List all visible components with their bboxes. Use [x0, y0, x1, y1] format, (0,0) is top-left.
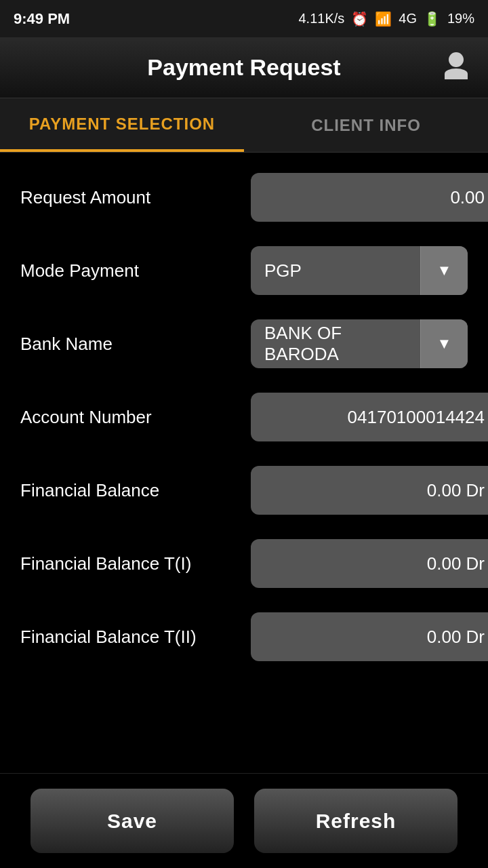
tab-payment-selection[interactable]: PAYMENT SELECTION [0, 98, 244, 152]
financial-balance-t2-label: Financial Balance T(II) [20, 627, 251, 648]
financial-balance-row: Financial Balance [20, 466, 468, 515]
account-number-row: Account Number [20, 393, 468, 441]
mode-payment-value: PGP [251, 260, 420, 281]
account-number-label: Account Number [20, 407, 251, 428]
network-type: 4G [399, 11, 417, 26]
dropdown-arrow-icon: ▼ [437, 262, 452, 279]
bank-name-select[interactable]: BANK OF BARODA ▼ [251, 319, 468, 368]
battery-level: 19% [447, 11, 474, 26]
tab-client-info[interactable]: CLIENT INFO [244, 98, 488, 152]
financial-balance-label: Financial Balance [20, 480, 251, 501]
network-speed: 4.11K/s [298, 11, 344, 26]
battery-icon: 🔋 [424, 11, 441, 27]
request-amount-input[interactable] [251, 173, 488, 222]
form-content: Request Amount Mode Payment PGP ▼ Bank N… [0, 153, 488, 794]
financial-balance-t2-input [251, 612, 488, 661]
financial-balance-t1-row: Financial Balance T(I) [20, 539, 468, 588]
status-right: 4.11K/s ⏰ 📶 4G 🔋 19% [298, 11, 474, 27]
avatar-head [449, 52, 464, 67]
avatar[interactable] [441, 52, 472, 83]
status-bar: 9:49 PM 4.11K/s ⏰ 📶 4G 🔋 19% [0, 0, 488, 37]
refresh-button[interactable]: Refresh [254, 789, 458, 853]
page-title: Payment Request [147, 54, 340, 81]
request-amount-label: Request Amount [20, 187, 251, 208]
dropdown-arrow-icon-2: ▼ [437, 335, 452, 353]
alarm-icon: ⏰ [351, 11, 368, 27]
financial-balance-t1-label: Financial Balance T(I) [20, 553, 251, 574]
save-button[interactable]: Save [30, 789, 234, 853]
avatar-body [445, 68, 468, 79]
bank-name-value: BANK OF BARODA [251, 323, 420, 365]
bank-name-label: Bank Name [20, 334, 251, 355]
mode-payment-select[interactable]: PGP ▼ [251, 246, 468, 295]
tab-bar: PAYMENT SELECTION CLIENT INFO [0, 98, 488, 153]
financial-balance-t1-input [251, 539, 488, 588]
request-amount-row: Request Amount [20, 173, 468, 222]
account-number-input[interactable] [251, 393, 488, 441]
financial-balance-t2-row: Financial Balance T(II) [20, 612, 468, 661]
mode-payment-label: Mode Payment [20, 260, 251, 281]
app-header: Payment Request [0, 37, 488, 98]
financial-balance-input [251, 466, 488, 515]
status-time: 9:49 PM [14, 10, 70, 28]
bank-name-arrow[interactable]: ▼ [420, 319, 468, 368]
mode-payment-row: Mode Payment PGP ▼ [20, 246, 468, 295]
mode-payment-arrow[interactable]: ▼ [420, 246, 468, 295]
signal-icon: 📶 [375, 11, 392, 27]
bank-name-row: Bank Name BANK OF BARODA ▼ [20, 319, 468, 368]
bottom-bar: Save Refresh [0, 773, 488, 868]
